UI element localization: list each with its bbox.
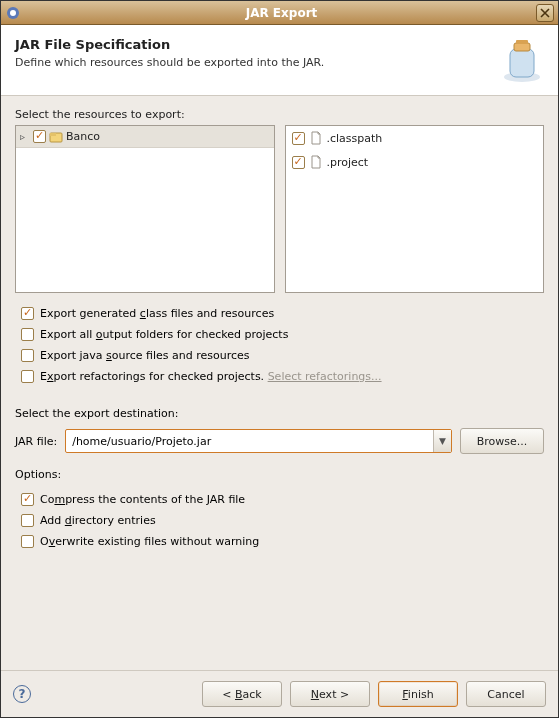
opt-label: Export java source files and resources	[40, 349, 250, 362]
select-refactorings-link: Select refactorings...	[268, 370, 382, 383]
opt-label: Export refactorings for checked projects…	[40, 370, 382, 383]
wizard-header: JAR File Specification Define which reso…	[1, 25, 558, 96]
resources-tree[interactable]: ▹ Banco	[15, 125, 275, 293]
opt-label: Export all output folders for checked pr…	[40, 328, 288, 341]
options-heading: Options:	[15, 468, 544, 481]
checkbox-project[interactable]	[292, 156, 305, 169]
opt-export-output[interactable]: Export all output folders for checked pr…	[21, 328, 544, 341]
checkbox-export-output[interactable]	[21, 328, 34, 341]
file-label: .project	[327, 156, 369, 169]
checkbox-compress[interactable]	[21, 493, 34, 506]
file-row-classpath[interactable]: .classpath	[286, 126, 544, 150]
checkbox-export-refactor[interactable]	[21, 370, 34, 383]
jar-options: Compress the contents of the JAR file Ad…	[15, 493, 544, 548]
opt-export-class[interactable]: Export generated class files and resourc…	[21, 307, 544, 320]
checkbox-export-class[interactable]	[21, 307, 34, 320]
svg-point-1	[10, 10, 16, 16]
tree-item-banco[interactable]: ▹ Banco	[16, 126, 274, 148]
file-row-project[interactable]: .project	[286, 150, 544, 174]
resources-files[interactable]: .classpath .project	[285, 125, 545, 293]
next-button[interactable]: Next >	[290, 681, 370, 707]
opt-export-refactor[interactable]: Export refactorings for checked projects…	[21, 370, 544, 383]
opt-add-dir[interactable]: Add directory entries	[21, 514, 544, 527]
jar-file-label: JAR file:	[15, 435, 57, 448]
tree-item-label: Banco	[66, 130, 100, 143]
file-label: .classpath	[327, 132, 383, 145]
browse-button[interactable]: Browse...	[460, 428, 544, 454]
jar-icon	[496, 37, 544, 85]
project-icon	[49, 130, 63, 144]
resources-label: Select the resources to export:	[15, 108, 544, 121]
opt-label: Add directory entries	[40, 514, 156, 527]
jar-file-input[interactable]	[66, 430, 433, 452]
page-title: JAR File Specification	[15, 37, 496, 52]
help-icon[interactable]: ?	[13, 685, 31, 703]
opt-label: Export generated class files and resourc…	[40, 307, 274, 320]
back-button[interactable]: < Back	[202, 681, 282, 707]
file-icon	[309, 155, 323, 169]
page-subtitle: Define which resources should be exporte…	[15, 56, 496, 69]
checkbox-add-dir[interactable]	[21, 514, 34, 527]
opt-label: Compress the contents of the JAR file	[40, 493, 245, 506]
svg-rect-7	[50, 133, 56, 136]
dialog-window: JAR Export JAR File Specification Define…	[0, 0, 559, 718]
checkbox-export-source[interactable]	[21, 349, 34, 362]
svg-rect-4	[514, 43, 530, 51]
opt-export-source[interactable]: Export java source files and resources	[21, 349, 544, 362]
checkbox-banco[interactable]	[33, 130, 46, 143]
titlebar[interactable]: JAR Export	[1, 1, 558, 25]
checkbox-classpath[interactable]	[292, 132, 305, 145]
checkbox-overwrite[interactable]	[21, 535, 34, 548]
export-options: Export generated class files and resourc…	[15, 307, 544, 383]
app-icon	[5, 5, 21, 21]
expand-icon[interactable]: ▹	[20, 131, 30, 142]
jar-file-combo[interactable]: ▼	[65, 429, 452, 453]
opt-label: Overwrite existing files without warning	[40, 535, 259, 548]
opt-compress[interactable]: Compress the contents of the JAR file	[21, 493, 544, 506]
wizard-footer: ? < Back Next > Finish Cancel	[1, 670, 558, 717]
content-area: JAR File Specification Define which reso…	[1, 25, 558, 717]
file-icon	[309, 131, 323, 145]
svg-rect-5	[516, 40, 528, 44]
finish-button[interactable]: Finish	[378, 681, 458, 707]
cancel-button[interactable]: Cancel	[466, 681, 546, 707]
svg-rect-3	[510, 49, 534, 77]
close-icon[interactable]	[536, 4, 554, 22]
window-title: JAR Export	[27, 6, 536, 20]
opt-overwrite[interactable]: Overwrite existing files without warning	[21, 535, 544, 548]
chevron-down-icon[interactable]: ▼	[433, 430, 451, 452]
destination-label: Select the export destination:	[15, 407, 544, 420]
